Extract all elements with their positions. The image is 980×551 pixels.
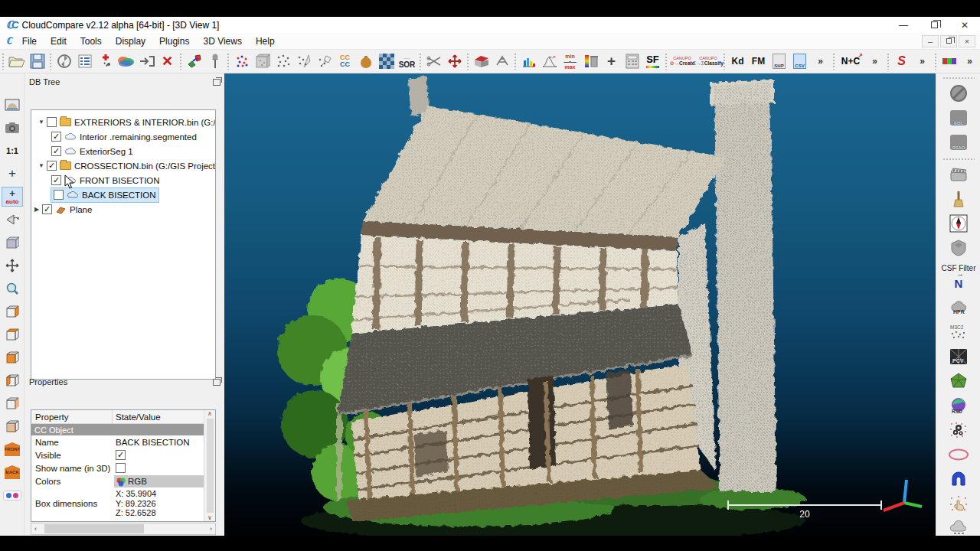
bridge-magnet-button[interactable] [936, 468, 980, 490]
tree-item-exteriors-interior[interactable]: ▼ EXTRERIORS & INTERIOR.bin (G:/... [31, 115, 215, 129]
menu-edit[interactable]: Edit [44, 34, 74, 49]
child-close-button[interactable]: × [959, 35, 975, 47]
toolbar-grip[interactable] [832, 53, 835, 70]
segment-scissors-button[interactable] [423, 51, 444, 72]
view-right-button[interactable] [2, 393, 23, 413]
delete-button[interactable]: ✕ [157, 51, 178, 72]
cloud-cloud-distance-button[interactable]: CCCC [335, 51, 355, 72]
edl-shader-button[interactable]: EDL [936, 107, 980, 129]
scroll-down-icon[interactable]: ∨ [207, 514, 212, 521]
collapse-icon[interactable]: ▼ [36, 119, 47, 126]
child-restore-button[interactable] [940, 35, 957, 47]
pick-rotation-center-button[interactable]: + [2, 164, 23, 184]
apply-transformation-button[interactable] [136, 51, 157, 72]
minimize-button[interactable]: — [888, 17, 919, 33]
scalar-field-tools-button[interactable]: SF [642, 51, 663, 72]
pan-button[interactable] [2, 256, 23, 276]
octree-button[interactable] [252, 51, 273, 72]
animation-plugin-button[interactable] [936, 164, 980, 185]
toolbar-overflow-button[interactable]: » [864, 51, 885, 72]
tree-item-crossection[interactable]: ▼ CROSSECTION.bin (G:/GIS Project... [31, 158, 215, 173]
visibility-checkbox[interactable] [42, 204, 52, 214]
toggle-viewing-mode-button[interactable] [2, 210, 23, 230]
tree-item-exteriorseg1[interactable]: ExteriorSeg 1 [31, 144, 215, 158]
fm-button[interactable]: FM [748, 51, 769, 72]
facets-shield-button[interactable] [936, 237, 980, 259]
toolbar-grip[interactable] [2, 53, 5, 70]
menu-help[interactable]: Help [249, 34, 282, 49]
auto-pick-center-button[interactable]: +auto [2, 187, 23, 207]
restore-button[interactable] [919, 17, 949, 33]
toolbar-grip[interactable] [49, 53, 52, 70]
ssao-shader-button[interactable]: SSAO [936, 132, 980, 153]
view-front-iso-button[interactable]: FRONT [2, 439, 23, 459]
toolbar-grip[interactable] [665, 53, 668, 70]
visible-checkbox[interactable] [116, 450, 126, 460]
canupo-classify-button[interactable]: CANUPOΣ→ΣClassify [695, 51, 721, 72]
clone-transform-button[interactable] [54, 51, 74, 72]
close-button[interactable]: ✕ [949, 17, 980, 33]
colorimetric-plugin-button[interactable] [939, 51, 959, 72]
stereo-mode-button[interactable] [2, 485, 23, 505]
gaussian-filter-button[interactable]: μ,σ [539, 51, 560, 72]
visibility-checkbox[interactable] [47, 161, 57, 171]
interpolate-button[interactable] [204, 51, 225, 72]
view-front-button[interactable] [2, 347, 23, 367]
show-name-checkbox[interactable] [116, 463, 126, 473]
view-left-button[interactable] [2, 370, 23, 390]
menu-display[interactable]: Display [109, 34, 152, 49]
hpr-plugin-button[interactable]: HPR [936, 297, 980, 318]
rsd-plugin-button[interactable]: RSD [936, 395, 980, 416]
visibility-checkbox[interactable] [51, 175, 61, 185]
expand-icon[interactable]: ▶ [31, 206, 42, 213]
menu-3d-views[interactable]: 3D Views [196, 34, 248, 49]
kd-tree-button[interactable]: Kd [727, 51, 748, 72]
translate-rotate-button[interactable] [444, 51, 465, 72]
toolbar-grip[interactable] [934, 53, 937, 70]
tree-item-plane[interactable]: ▶ Plane [31, 202, 215, 217]
delete-scalar-field-button[interactable] [580, 51, 601, 72]
ellipse-fit-button[interactable] [936, 444, 980, 465]
scroll-right-icon[interactable]: › [207, 525, 215, 533]
view-back-button[interactable] [2, 416, 23, 436]
toolbar-grip[interactable] [419, 53, 422, 70]
gears-plugin-button[interactable] [936, 419, 980, 441]
child-minimize-button[interactable]: – [922, 35, 939, 47]
save-file-button[interactable] [27, 51, 47, 72]
clipping-box-button[interactable] [471, 51, 492, 72]
properties-list-button[interactable] [74, 51, 95, 72]
colored-points-button[interactable] [231, 51, 252, 72]
view-back-iso-button[interactable]: BACK [2, 462, 23, 482]
subsample-button[interactable] [273, 51, 293, 72]
scroll-left-icon[interactable]: ‹ [31, 525, 40, 533]
sf-calculator-button[interactable] [622, 51, 642, 72]
register-clouds-button[interactable] [184, 51, 204, 72]
toolbar-overflow-button[interactable]: » [810, 51, 831, 72]
poisson-recon-button[interactable] [936, 370, 980, 392]
visibility-checkbox[interactable] [47, 117, 57, 127]
colors-dropdown[interactable]: RGB [114, 475, 215, 487]
m3c2-plugin-button[interactable]: M3C2 [936, 321, 980, 343]
clean-broom-button[interactable] [936, 188, 980, 210]
child-window-icon[interactable]: ℂ [6, 36, 11, 46]
zoom-1-1-button[interactable]: 1:1 [2, 141, 23, 161]
scroll-up-icon[interactable]: ∧ [207, 410, 212, 417]
view-top-button[interactable] [2, 324, 23, 344]
open-file-button[interactable] [6, 51, 27, 72]
normals-plus-color-button[interactable]: N+C↗ [837, 51, 864, 72]
csv-export-button[interactable]: CSV [789, 51, 810, 72]
tree-item-back-bisection[interactable]: BACK BISECTION [31, 187, 215, 202]
view-iso1-button[interactable] [2, 302, 23, 321]
properties-horizontal-scrollbar[interactable]: ‹ › [31, 523, 216, 535]
toolbar-overflow-button[interactable]: » [959, 51, 980, 72]
collapse-icon[interactable]: ▼ [36, 162, 47, 169]
disable-shader-button[interactable] [936, 83, 980, 104]
label-points-button[interactable] [314, 51, 335, 72]
visibility-checkbox[interactable] [51, 146, 61, 156]
zoom-button[interactable] [2, 279, 23, 298]
scrollbar-thumb[interactable] [207, 419, 214, 513]
perspective-cube-button[interactable] [2, 233, 23, 253]
canupo-create-button[interactable]: CANUPO⚙→Create [669, 51, 695, 72]
float-panel-button[interactable] [213, 379, 220, 386]
shp-export-button[interactable]: SHP [769, 51, 789, 72]
